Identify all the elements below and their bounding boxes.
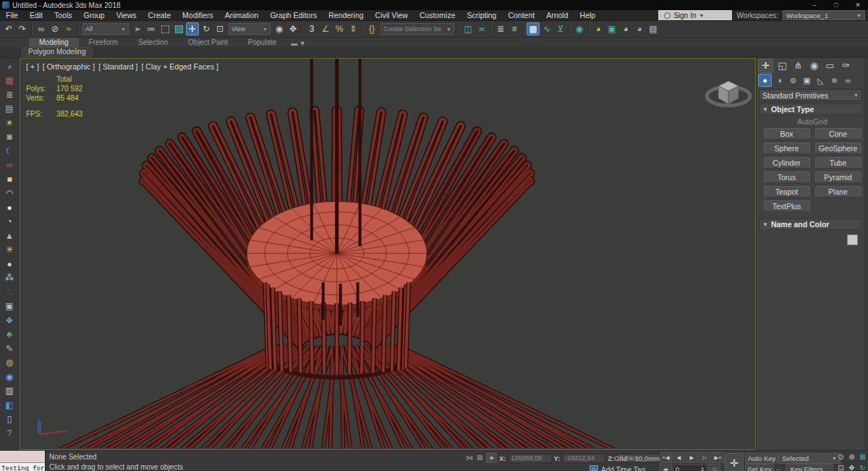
isolate-move-button[interactable]: ✛	[725, 453, 744, 471]
ribbon-tab-populate[interactable]: Populate	[238, 38, 286, 47]
teapot-primitive-icon[interactable]: ◔	[1, 215, 17, 229]
monitor-icon[interactable]: ▦	[1, 74, 17, 88]
align-icon[interactable]: ≍	[475, 22, 488, 35]
command-panel-scrollbar[interactable]	[864, 58, 868, 450]
ribbon-tab-object-paint[interactable]: Object Paint	[178, 38, 237, 47]
subtab-geometry-icon[interactable]: ●	[758, 74, 772, 87]
sign-in-button[interactable]: Sign In ▼	[658, 10, 732, 20]
sun-icon[interactable]: ✳	[1, 243, 17, 258]
y-coordinate-field[interactable]: -19212,54	[562, 454, 605, 463]
cone-button[interactable]: Cone	[815, 128, 861, 140]
snap-toggle-icon[interactable]: 3	[305, 22, 318, 35]
go-to-end-button[interactable]: ▶»	[712, 452, 724, 463]
sphere-primitive-icon[interactable]: ●	[1, 200, 17, 215]
minimize-button[interactable]: –	[804, 1, 825, 10]
menu-group[interactable]: Group	[78, 11, 111, 20]
menu-graph-editors[interactable]: Graph Editors	[264, 11, 323, 20]
foliage-icon[interactable]: ♣	[1, 328, 17, 342]
viewport-menu-standard[interactable]: [ Standard ]	[98, 62, 137, 71]
layer-manager-icon[interactable]: ≡	[508, 22, 521, 35]
listener-macro-row[interactable]	[0, 451, 45, 463]
menu-modifiers[interactable]: Modifiers	[176, 11, 219, 20]
workspace-dropdown[interactable]: Workspace_1 ▼	[783, 10, 865, 20]
feather-icon[interactable]: ✎	[1, 341, 17, 356]
sphere-button[interactable]: Sphere	[764, 143, 810, 154]
zoom-icon[interactable]: ⊙	[837, 452, 845, 461]
window-crossing-icon[interactable]	[172, 22, 185, 35]
menu-edit[interactable]: Edit	[24, 11, 48, 20]
key-mode-toggle-button[interactable]: ◂▸	[660, 464, 672, 471]
select-and-rotate-icon[interactable]: ↻	[200, 22, 213, 35]
viewport-menu-shading[interactable]: [ Clay + Edged Faces ]	[141, 62, 218, 71]
time-configuration-button[interactable]: ◷	[708, 464, 720, 471]
isolate-selection-icon[interactable]: ⋈	[466, 454, 473, 462]
cone-primitive-icon[interactable]: ▲	[1, 229, 17, 243]
menu-file[interactable]: File	[0, 11, 24, 20]
render-setup-icon[interactable]: ◕	[592, 22, 605, 35]
scene-list-icon[interactable]: ≣	[1, 88, 17, 102]
state-sets-icon[interactable]: ▤	[647, 22, 660, 35]
menu-arnold[interactable]: Arnold	[540, 11, 574, 20]
ribbon-tab-selection[interactable]: Selection	[128, 38, 178, 47]
teapot-blue-icon[interactable]: ◕	[1, 59, 17, 74]
name-and-color-rollout-header[interactable]: ▼ Name and Color	[759, 218, 862, 230]
key-paw-icon[interactable]: ∴	[776, 464, 780, 471]
clipboard-icon[interactable]: ▥	[1, 384, 17, 399]
key-filters-button[interactable]: Key Filters...	[786, 464, 833, 471]
tab-modify-icon[interactable]: ◱	[775, 59, 789, 72]
percent-snap-icon[interactable]: %	[333, 22, 346, 35]
select-object-icon[interactable]: ➢	[131, 22, 144, 35]
menu-civil-view[interactable]: Civil View	[370, 11, 414, 20]
object-type-rollout-header[interactable]: ▼ Object Type	[759, 103, 862, 115]
torus-button[interactable]: Torus	[764, 171, 810, 183]
maximize-button[interactable]: □	[826, 1, 846, 10]
particles-icon[interactable]: ⁂	[1, 271, 17, 286]
zoom-all-icon[interactable]: ⊕	[848, 452, 856, 461]
polygon-modeling-panel[interactable]: Polygon Modeling	[22, 47, 93, 57]
category-dropdown[interactable]: Standard Primitives ▼	[759, 89, 862, 101]
spinner-snap-icon[interactable]: ⇕	[346, 22, 359, 35]
tab-motion-icon[interactable]: ◉	[807, 59, 821, 72]
select-by-name-icon[interactable]: ≔	[145, 22, 158, 35]
help-icon[interactable]: ?	[1, 426, 17, 441]
set-key-button[interactable]: Set Key	[745, 464, 774, 471]
bind-to-space-warp-icon[interactable]: ≈	[62, 22, 75, 35]
light-bulb-icon[interactable]: ☀	[1, 116, 17, 130]
selection-lock-icon[interactable]: ⊠	[477, 454, 482, 462]
box-button[interactable]: Box	[764, 128, 810, 140]
named-selection-filter-dropdown[interactable]: All▼	[82, 23, 129, 35]
selection-set-dropdown[interactable]: Create Selection Se▼	[380, 23, 454, 35]
select-and-scale-icon[interactable]: ⊡	[213, 22, 226, 35]
tab-utilities-icon[interactable]: ✑	[839, 59, 853, 72]
menu-rendering[interactable]: Rendering	[323, 11, 369, 20]
angle-snap-icon[interactable]: ∠	[319, 22, 332, 35]
camera-icon[interactable]: ◙	[1, 130, 17, 145]
listener-script-row[interactable]: Testing for i	[0, 463, 45, 471]
schematic-view-icon[interactable]: ⊻	[554, 22, 567, 35]
subtab-spacewarps-icon[interactable]: ≋	[828, 75, 841, 86]
menu-scripting[interactable]: Scripting	[461, 11, 503, 20]
viewport-menu-general[interactable]: [ + ]	[26, 62, 39, 71]
rendered-frame-window-icon[interactable]: ▣	[605, 22, 618, 35]
menu-animation[interactable]: Animation	[219, 11, 265, 20]
redo-icon[interactable]: ↷	[16, 22, 29, 35]
go-to-start-button[interactable]: «◀	[660, 452, 672, 463]
glasses-icon[interactable]: ∞	[1, 158, 17, 173]
geosphere-button[interactable]: GeoSphere	[815, 143, 861, 154]
render-in-cloud-icon[interactable]: ◕	[633, 22, 646, 35]
subtab-lights-icon[interactable]: ⊚	[787, 75, 799, 86]
plane-button[interactable]: Plane	[815, 186, 861, 198]
display-blue-icon[interactable]: ◧	[1, 398, 17, 412]
menu-customize[interactable]: Customize	[414, 11, 461, 20]
ribbon-tab-freeform[interactable]: Freeform	[79, 38, 129, 47]
viewport-canvas[interactable]	[20, 59, 755, 448]
unlink-selection-icon[interactable]: ⊘	[48, 22, 61, 35]
orbit-icon[interactable]: ↻	[859, 463, 867, 471]
subtab-shapes-icon[interactable]: ◑	[773, 75, 786, 86]
x-coordinate-field[interactable]: 126268,09	[509, 454, 552, 463]
autogrid-checkbox[interactable]: AutoGrid	[757, 115, 868, 127]
menu-content[interactable]: Content	[502, 11, 540, 20]
rect-selection-region-icon[interactable]	[158, 22, 171, 35]
ball-icon[interactable]: ●	[1, 257, 17, 271]
current-frame-field[interactable]: 0 ⇕	[673, 464, 707, 471]
